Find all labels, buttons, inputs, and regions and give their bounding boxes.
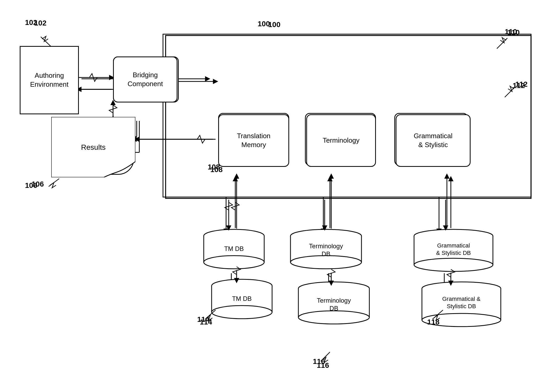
- svg-marker-18: [444, 173, 450, 179]
- label-114-text: 114: [200, 318, 212, 326]
- svg-text:Grammatical &: Grammatical &: [442, 296, 481, 302]
- svg-text:DB: DB: [322, 250, 330, 257]
- svg-marker-79: [213, 79, 218, 84]
- label-100-text: 100: [268, 20, 280, 29]
- svg-text:Grammatical: Grammatical: [437, 242, 470, 249]
- label-112-text: 112: [515, 80, 528, 89]
- svg-text:& Stylistic DB: & Stylistic DB: [436, 250, 471, 256]
- svg-text:TM DB: TM DB: [232, 295, 252, 302]
- bridging-component-box: BridgingComponent: [113, 56, 177, 102]
- arrows-svg: [0, 0, 556, 392]
- svg-marker-14: [234, 173, 239, 179]
- svg-text:DB: DB: [329, 305, 338, 312]
- tm-db-2: TM DB: [210, 278, 273, 321]
- svg-point-56: [298, 311, 369, 324]
- terminology-box: Terminology: [306, 114, 376, 167]
- svg-text:TM DB: TM DB: [224, 245, 244, 252]
- svg-point-37: [204, 256, 264, 269]
- svg-text:Results: Results: [81, 143, 105, 151]
- svg-point-43: [212, 306, 272, 319]
- svg-marker-89: [448, 176, 453, 181]
- svg-text:Terminology: Terminology: [309, 243, 343, 250]
- grammatical-stylistic-box: Grammatical& Stylistic: [396, 114, 471, 167]
- label-116-text: 116: [317, 361, 329, 370]
- svg-text:Stylistic DB: Stylistic DB: [447, 303, 476, 310]
- svg-line-104: [49, 179, 59, 187]
- grammatical-db-1: Grammatical & Stylistic DB: [413, 229, 494, 273]
- diagram-container: 102 100 110 112 104 106 108 114 116 118 …: [0, 0, 556, 392]
- results-box: Results: [51, 117, 135, 179]
- svg-marker-6: [205, 76, 210, 81]
- label-106-text: 106: [32, 180, 44, 188]
- label-118-text: 118: [427, 318, 440, 326]
- label-110-text: 110: [507, 28, 520, 37]
- svg-marker-16: [329, 173, 334, 179]
- terminology-db-2: Terminology DB: [297, 281, 371, 326]
- translation-memory-box: TranslationMemory: [218, 114, 289, 167]
- svg-point-49: [290, 256, 361, 269]
- main-diagram-svg: [0, 0, 556, 392]
- label-108-text: 108: [210, 166, 223, 174]
- svg-marker-87: [327, 176, 333, 181]
- label-102-text: 102: [34, 19, 47, 27]
- svg-marker-85: [233, 176, 238, 181]
- svg-point-63: [414, 258, 493, 271]
- svg-line-102: [41, 37, 51, 47]
- terminology-db-1: Terminology DB: [289, 229, 363, 271]
- tm-db-1: TM DB: [202, 229, 266, 271]
- authoring-environment-box: AuthoringEnvironment: [20, 46, 79, 114]
- svg-line-105: [497, 38, 507, 49]
- svg-text:Terminology: Terminology: [317, 297, 351, 304]
